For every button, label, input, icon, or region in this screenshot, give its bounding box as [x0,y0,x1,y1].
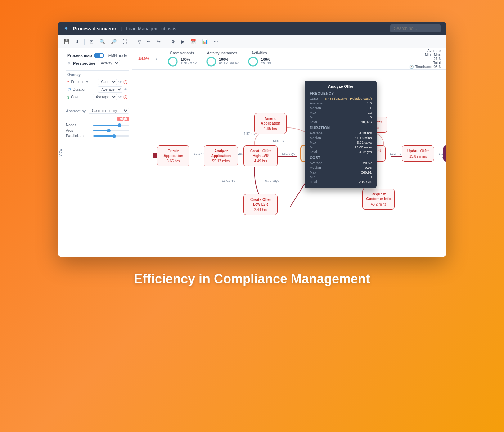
nodes-range: Nodes [66,123,129,127]
process-map-toggle[interactable] [94,53,104,58]
app-name: Process discoverer [73,26,116,31]
calendar-button[interactable]: 📅 [189,38,198,45]
tooltip-freq-total: Total 10,076 [310,120,372,124]
cost-eye-icon: 👁 [118,95,122,99]
cost-select[interactable]: Average [93,94,117,100]
expand-button[interactable]: ⛶ [121,38,129,45]
frequency-select[interactable]: Case [98,79,117,85]
amend-application-title: Amend Application [258,116,283,126]
frequency-hide-icon: 🚫 [123,80,127,84]
create-offer-llvr-title: Create Offer Low LVR [247,197,274,207]
analyze-application-node[interactable]: Analyze Application 55.17 mins [204,145,238,166]
perspective-label: Perspective [73,61,95,66]
amend-application-node[interactable]: Amend Application 1.95 hrs [254,113,287,134]
update-offer-time: 13.82 mins [406,154,430,158]
title-separator: | [121,26,122,31]
timeframe-info: Average Min - Max 21.6 Total 🕐 Timeframe… [409,49,441,69]
range-controls: High Nodes Arcs [66,117,129,138]
activities-circle [247,56,259,67]
title-bar: ✦ Process discoverer | Loan Management a… [58,22,446,35]
sidebar: View Process map BPMN model ⊙ Perspectiv… [58,48,132,257]
amend-application-time: 1.95 hrs [258,127,283,131]
edge-e9: 3.68 hrs [272,139,284,143]
activities-sub: 25 / 25 [261,62,271,65]
edge-e11: 6.79 days [265,179,279,183]
edge-e5: 1.32 hrs [389,152,401,156]
min-max-label: Min - Max [409,53,441,57]
svg-point-1 [168,57,177,66]
tooltip-dur-median: Median 11.46 mins [310,136,372,140]
canvas-area: -64.9% → Case variants 100% 2.5K / 2.5K [132,48,446,257]
arcs-label: Arcs [66,129,91,132]
undo-button[interactable]: ↩ [145,38,153,45]
frequency-eye-icon: 👁 [118,80,122,84]
main-content: View Process map BPMN model ⊙ Perspectiv… [58,48,446,257]
redo-button[interactable]: ↪ [155,38,162,45]
fit-button[interactable]: ⊡ [88,38,95,45]
duration-select[interactable]: Average [98,86,122,93]
create-offer-hlvr-title: Create Offer High LVR [247,149,274,158]
update-offer-title: Update Offer [406,149,430,153]
create-application-node[interactable]: Create Application 3.66 hrs [157,145,189,166]
view-section: Process map BPMN model ⊙ Perspective Act… [66,52,129,67]
timeframe-label: Timeframe [415,65,432,69]
tooltip-frequency-section: FREQUENCY [310,91,372,95]
activities-pct: 100% [261,58,271,62]
perspective-row: ⊙ Perspective Activity [66,59,129,67]
arcs-slider[interactable] [93,130,129,131]
create-offer-llvr-node[interactable]: Create Offer Low LVR 2.44 hrs [243,194,278,215]
average-label: Average [409,49,441,53]
save-button[interactable]: 💾 [62,38,71,45]
svg-point-5 [249,57,257,66]
nodes-slider[interactable] [93,125,129,126]
arcs-range: Arcs [66,129,129,132]
tooltip-freq-min: Min 0 [310,115,372,119]
create-application-title: Create Application [161,149,185,158]
activity-instances-sub: 88.9K / 88.9K [219,62,239,65]
flow-canvas: Create Application 3.66 hrs 12.17 hrs An… [132,70,446,257]
request-customer-info-title: Request Customer Info [366,192,391,201]
edge-e3: 6.61 days [281,152,295,156]
stats-bar: -64.9% → Case variants 100% 2.5K / 2.5K [132,48,446,70]
request-customer-info-node[interactable]: Request Customer Info 43.2 mins [362,189,395,210]
zoom-out-button[interactable]: 🔎 [109,38,118,45]
tooltip-dur-total: Total 4.72 yrs [310,150,372,154]
filter-percent-value: -64.9% [138,57,149,61]
analyze-application-title: Analyze Application [208,149,234,158]
settings-button[interactable]: ⚙ [169,38,177,45]
abstract-select[interactable]: Case frequency [89,108,129,114]
toolbar: 💾 ⬇ ⊡ 🔍 🔎 ⛶ ▽ ↩ ↪ ⚙ ▶ 📅 📊 ⋯ [58,35,446,48]
activity-instances-circle [206,56,217,67]
timeframe-value: 08.6 [434,65,441,69]
edge-e10: 11.01 hrs [222,179,235,183]
search-input[interactable] [390,24,441,32]
abstract-section: Abstract by Case frequency High Nodes [66,106,129,138]
zoom-in-button[interactable]: 🔍 [98,38,107,45]
request-customer-info-time: 43.2 mins [366,202,391,206]
tooltip-title: Analyze Offer [310,84,372,89]
play-button[interactable]: ▶ [179,38,186,45]
tooltip-cost-median: Median 0.96 [310,166,372,170]
update-offer-node[interactable]: Update Offer 13.82 mins [402,145,434,162]
approve-offer-node[interactable]: Approve Offer 2.01 days [443,145,446,162]
download-button[interactable]: ⬇ [73,38,81,45]
tooltip-cost-max: Max 360.91 [310,170,372,174]
create-offer-hlvr-node[interactable]: Create Offer High LVR 4.49 hrs [243,145,278,166]
duration-label: Duration [73,87,96,91]
activities-label: Activities [251,51,267,55]
tooltip-popup: Analyze Offer FREQUENCY Case 5,486 (98.1… [305,81,377,188]
tooltip-freq-case: Case 5,486 (98.16% - Relative case) [310,96,372,100]
overlay-section: Overlay ≡ Frequency Case 👁 🚫 ⏱ Duration [66,73,129,101]
share-button[interactable]: ⋯ [212,38,220,45]
tooltip-cost-min: Min 0 [310,175,372,179]
abstract-label: Abstract by [66,109,86,113]
clock-icon: 🕐 [409,65,414,69]
tooltip-freq-median: Median 1 [310,106,372,110]
filter-button[interactable]: ▽ [136,38,143,45]
frequency-row: ≡ Frequency Case 👁 🚫 [66,78,129,86]
perspective-select[interactable]: Activity [98,60,120,66]
min-max-value: 21.6 [409,57,441,61]
parallelism-slider[interactable] [93,135,129,137]
chart-button[interactable]: 📊 [200,38,210,45]
sidebar-inner: Process map BPMN model ⊙ Perspective Act… [63,48,132,257]
